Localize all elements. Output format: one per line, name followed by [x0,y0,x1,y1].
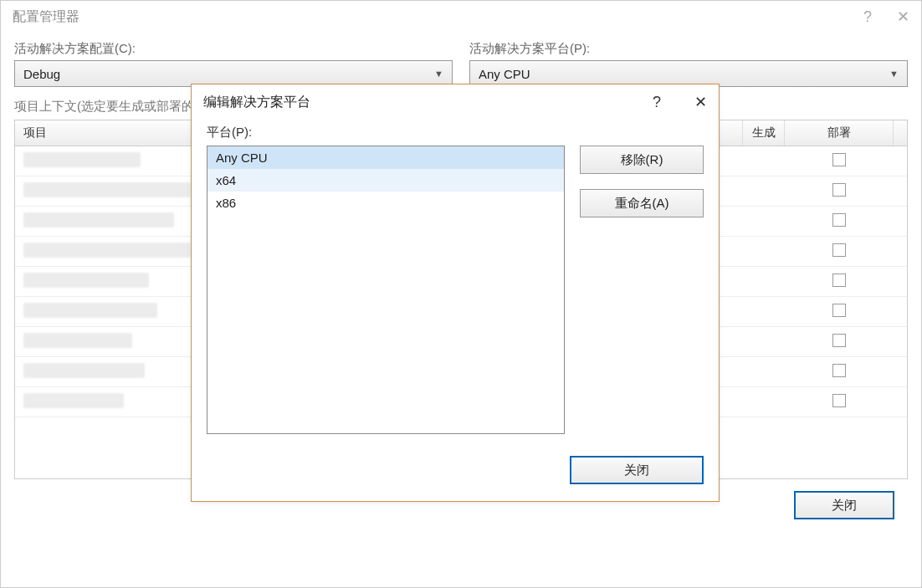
platform-list-label: 平台(P): [207,125,704,141]
chevron-down-icon: ▼ [434,69,443,79]
help-icon[interactable]: ? [653,94,661,111]
list-item[interactable]: Any CPU [207,146,564,169]
help-icon[interactable]: ? [863,8,872,26]
close-icon[interactable]: ✕ [694,93,707,111]
modal-titlebar: 编辑解决方案平台 ? ✕ [192,84,719,120]
list-item[interactable]: x64 [207,169,564,192]
close-icon[interactable]: ✕ [897,8,909,26]
deploy-checkbox[interactable] [832,153,846,166]
chevron-down-icon: ▼ [889,69,899,79]
edit-solution-platforms-dialog: 编辑解决方案平台 ? ✕ 平台(P): Any CPUx64x86 移除(R) … [191,84,720,502]
deploy-checkbox[interactable] [832,304,846,317]
platform-listbox[interactable]: Any CPUx64x86 [207,146,565,434]
active-platform-value: Any CPU [479,67,530,81]
active-platform-label: 活动解决方案平台(P): [469,41,908,57]
active-config-value: Debug [23,67,60,81]
active-config-label: 活动解决方案配置(C): [14,41,453,57]
modal-title: 编辑解决方案平台 [203,94,310,111]
parent-close-button[interactable]: 关闭 [794,491,894,519]
deploy-checkbox[interactable] [832,394,846,407]
deploy-checkbox[interactable] [832,274,846,287]
rename-button[interactable]: 重命名(A) [580,189,704,217]
list-item[interactable]: x86 [207,192,564,214]
col-build: 生成 [743,120,785,146]
remove-button[interactable]: 移除(R) [580,146,704,174]
col-deploy: 部署 [785,120,894,146]
deploy-checkbox[interactable] [832,183,846,197]
parent-titlebar: 配置管理器 ? ✕ [1,1,921,33]
deploy-checkbox[interactable] [832,364,846,377]
parent-title: 配置管理器 [13,8,79,26]
deploy-checkbox[interactable] [832,334,846,347]
deploy-checkbox[interactable] [832,243,846,257]
deploy-checkbox[interactable] [832,213,846,227]
modal-close-button[interactable]: 关闭 [570,456,704,484]
